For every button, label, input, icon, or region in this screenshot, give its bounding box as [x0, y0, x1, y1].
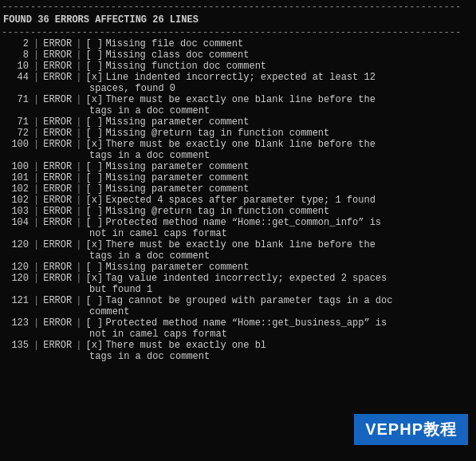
separator: |	[74, 72, 83, 83]
error-bracket: [x]	[83, 72, 105, 83]
separator: |	[32, 72, 41, 83]
error-level: ERROR	[41, 61, 74, 72]
error-bracket: [ ]	[83, 183, 105, 195]
continuation-line: spaces, found 0	[0, 83, 476, 94]
separator: |	[74, 195, 83, 206]
error-bracket: [ ]	[83, 206, 105, 217]
error-level: ERROR	[41, 49, 74, 61]
error-message: Missing parameter comment	[105, 172, 474, 183]
continuation-text: not in camel caps format	[89, 329, 474, 340]
table-row: 8 | ERROR | [ ] Missing class doc commen…	[0, 49, 476, 61]
continuation-text: tags in a doc comment	[89, 105, 474, 116]
continuation-line: but found 1	[0, 284, 476, 295]
error-message: Line indented incorrectly; expected at l…	[105, 72, 474, 83]
error-level: ERROR	[41, 206, 74, 217]
table-row: 120 | ERROR | [ ] Missing parameter comm…	[0, 262, 476, 273]
continuation-text: not in camel caps format	[89, 228, 474, 239]
line-number: 8	[2, 49, 32, 61]
spacer	[2, 228, 89, 239]
separator: |	[74, 94, 83, 105]
separator: |	[74, 295, 83, 306]
separator: |	[32, 172, 41, 183]
table-row: 121 | ERROR | [ ] Tag cannot be grouped …	[0, 295, 476, 306]
continuation-text: but found 1	[89, 284, 474, 295]
continuation-text: comment	[89, 306, 474, 317]
error-message: Protected method name “Home::get_common_…	[105, 217, 474, 228]
separator: |	[74, 340, 83, 351]
error-level: ERROR	[41, 161, 74, 172]
error-message: Missing file doc comment	[105, 38, 474, 49]
error-level: ERROR	[41, 94, 74, 105]
separator: |	[74, 262, 83, 273]
separator: |	[74, 317, 83, 329]
spacer	[2, 306, 89, 317]
separator: |	[74, 206, 83, 217]
error-message: Missing parameter comment	[105, 116, 474, 128]
error-level: ERROR	[41, 128, 74, 139]
divider-top: ----------------------------------------…	[0, 2, 476, 13]
error-bracket: [ ]	[83, 317, 105, 329]
error-bracket: [ ]	[83, 262, 105, 273]
table-row: 102 | ERROR | [ ] Missing parameter comm…	[0, 183, 476, 195]
continuation-line: not in camel caps format	[0, 329, 476, 340]
error-level: ERROR	[41, 38, 74, 49]
separator: |	[32, 195, 41, 206]
error-level: ERROR	[41, 139, 74, 150]
continuation-line: tags in a doc comment	[0, 150, 476, 161]
table-row: 135 | ERROR | [x] There must be exactly …	[0, 340, 476, 351]
line-number: 135	[2, 340, 32, 351]
table-row: 102 | ERROR | [x] Expected 4 spaces afte…	[0, 195, 476, 206]
separator: |	[32, 161, 41, 172]
separator: |	[32, 317, 41, 329]
separator: |	[32, 94, 41, 105]
terminal: ----------------------------------------…	[0, 0, 476, 364]
table-row: 71 | ERROR | [x] There must be exactly o…	[0, 94, 476, 105]
line-number: 72	[2, 128, 32, 139]
continuation-text: tags in a doc comment	[89, 250, 474, 262]
line-number: 44	[2, 72, 32, 83]
continuation-line: tags in a doc comment	[0, 351, 476, 362]
watermark: VEPHP教程	[354, 414, 468, 445]
line-number: 120	[2, 239, 32, 250]
separator: |	[74, 273, 83, 284]
error-bracket: [ ]	[83, 161, 105, 172]
spacer	[2, 329, 89, 340]
error-message: Missing @return tag in function comment	[105, 128, 474, 139]
error-bracket: [ ]	[83, 61, 105, 72]
separator: |	[32, 183, 41, 195]
error-message: Expected 4 spaces after parameter type; …	[105, 195, 474, 206]
separator: |	[74, 172, 83, 183]
separator: |	[32, 61, 41, 72]
error-level: ERROR	[41, 195, 74, 206]
separator: |	[74, 116, 83, 128]
error-bracket: [ ]	[83, 38, 105, 49]
table-row: 71 | ERROR | [ ] Missing parameter comme…	[0, 116, 476, 128]
continuation-text: tags in a doc comment	[89, 150, 474, 161]
error-message: Tag value indented incorrectly; expected…	[105, 273, 474, 284]
spacer	[2, 83, 89, 94]
separator: |	[74, 128, 83, 139]
error-bracket: [x]	[83, 139, 105, 150]
error-message: Missing parameter comment	[105, 161, 474, 172]
error-level: ERROR	[41, 217, 74, 228]
table-row: 2 | ERROR | [ ] Missing file doc comment	[0, 38, 476, 49]
spacer	[2, 150, 89, 161]
error-level: ERROR	[41, 116, 74, 128]
separator: |	[74, 183, 83, 195]
error-message: Missing parameter comment	[105, 183, 474, 195]
table-row: 120 | ERROR | [x] Tag value indented inc…	[0, 273, 476, 284]
error-level: ERROR	[41, 239, 74, 250]
line-number: 100	[2, 161, 32, 172]
error-message: There must be exactly one blank line bef…	[105, 139, 474, 150]
table-row: 103 | ERROR | [ ] Missing @return tag in…	[0, 206, 476, 217]
spacer	[2, 250, 89, 262]
line-number: 120	[2, 262, 32, 273]
error-level: ERROR	[41, 72, 74, 83]
separator: |	[32, 206, 41, 217]
separator: |	[74, 38, 83, 49]
table-row: 100 | ERROR | [ ] Missing parameter comm…	[0, 161, 476, 172]
separator: |	[74, 139, 83, 150]
error-message: There must be exactly one blank line bef…	[105, 94, 474, 105]
error-bracket: [x]	[83, 340, 105, 351]
separator: |	[74, 217, 83, 228]
